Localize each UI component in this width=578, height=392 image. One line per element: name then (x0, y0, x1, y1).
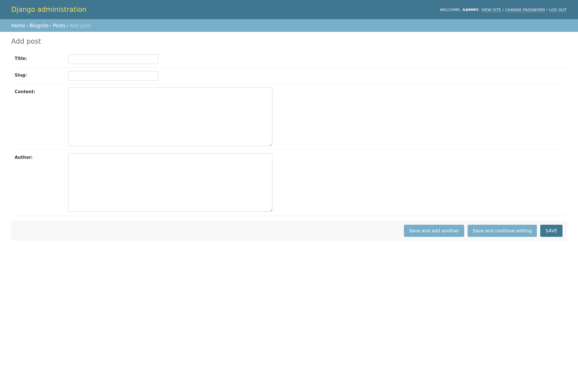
change-password-link[interactable]: CHANGE PASSWORD (505, 8, 545, 12)
breadcrumb-separator: › (66, 23, 70, 28)
site-title: Django administration (11, 6, 86, 14)
content-main: Add post Title: Slug: Content: Author: S… (0, 32, 578, 246)
title-input[interactable] (68, 54, 158, 64)
breadcrumbs: Home › Blogsite › Posts › Add post (0, 19, 578, 32)
submit-row: Save and add another Save and continue e… (11, 221, 567, 240)
author-label: Author: (15, 153, 68, 160)
content-label: Content: (15, 88, 68, 94)
page-title: Add post (11, 37, 567, 45)
slug-label: Slug: (15, 71, 68, 78)
breadcrumb-home[interactable]: Home (11, 23, 25, 28)
author-textarea[interactable] (68, 153, 272, 212)
form-row-content: Content: (11, 84, 567, 150)
main-fieldset: Title: Slug: Content: Author: (11, 51, 567, 215)
branding: Django administration (11, 6, 86, 14)
save-button[interactable]: SAVE (540, 225, 563, 237)
welcome-text: WELCOME, (440, 8, 463, 12)
breadcrumb-separator: › (25, 23, 30, 28)
post-form: Title: Slug: Content: Author: Save and a… (11, 51, 567, 240)
link-separator: / (501, 8, 505, 12)
log-out-link[interactable]: LOG OUT (549, 8, 567, 12)
form-row-title: Title: (11, 51, 567, 68)
breadcrumb-separator: › (49, 23, 53, 28)
breadcrumb-current: Add post (70, 23, 91, 28)
admin-header: Django administration WELCOME, SAMMY. VI… (0, 0, 578, 19)
dot-separator: . (479, 8, 481, 12)
breadcrumb-model[interactable]: Posts (53, 23, 65, 28)
user-tools: WELCOME, SAMMY. VIEW SITE / CHANGE PASSW… (440, 8, 567, 12)
form-row-author: Author: (11, 150, 567, 215)
breadcrumb-app[interactable]: Blogsite (30, 23, 49, 28)
view-site-link[interactable]: VIEW SITE (481, 8, 501, 12)
link-separator: / (545, 8, 549, 12)
save-continue-button[interactable]: Save and continue editing (468, 225, 537, 237)
username: SAMMY (463, 8, 479, 12)
slug-input[interactable] (68, 71, 158, 81)
site-title-link[interactable]: Django administration (11, 6, 86, 14)
title-label: Title: (15, 54, 68, 61)
content-textarea[interactable] (68, 88, 272, 146)
save-add-another-button[interactable]: Save and add another (404, 225, 464, 237)
form-row-slug: Slug: (11, 68, 567, 84)
